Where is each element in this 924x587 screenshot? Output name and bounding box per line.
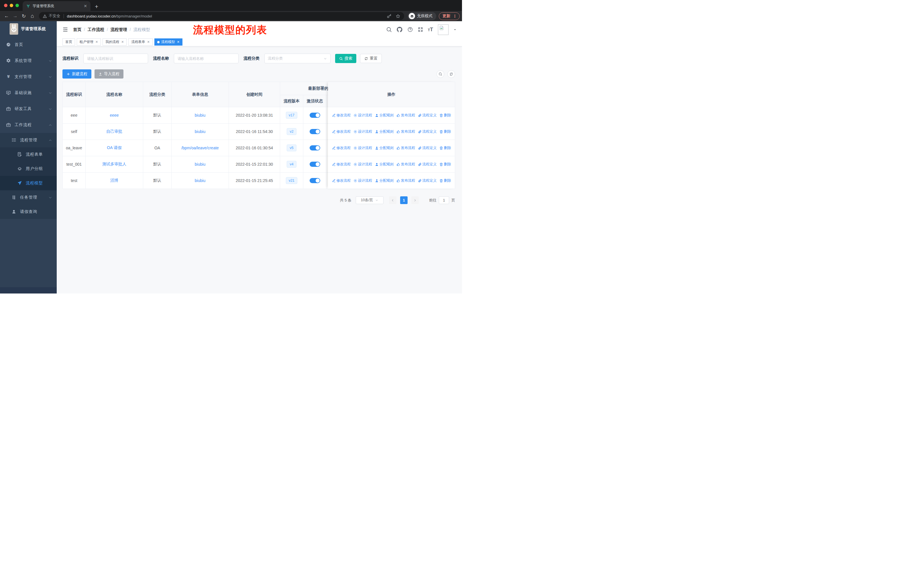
- window-close-button[interactable]: [4, 4, 7, 7]
- forward-icon[interactable]: →: [11, 13, 20, 19]
- action-delete-link[interactable]: 删除: [439, 162, 451, 167]
- active-toggle[interactable]: [310, 146, 320, 150]
- window-minimize-button[interactable]: [10, 4, 13, 7]
- model-name-link[interactable]: eeee: [110, 113, 119, 117]
- action-design-link[interactable]: 设计流程: [353, 129, 372, 134]
- browser-update-button[interactable]: 更新 ⋮: [439, 12, 460, 20]
- reload-icon[interactable]: ↻: [20, 13, 28, 19]
- collapse-sidebar-icon[interactable]: [63, 26, 68, 32]
- action-design-link[interactable]: 设计流程: [353, 146, 372, 150]
- action-delete-link[interactable]: 删除: [439, 113, 451, 118]
- tab-close-icon[interactable]: ✕: [84, 4, 87, 8]
- sidebar-item-3[interactable]: 基础设施: [0, 85, 57, 101]
- sidebar-item-9[interactable]: 流程模型: [0, 176, 57, 190]
- fullscreen-icon[interactable]: [418, 27, 423, 32]
- action-design-link[interactable]: 设计流程: [353, 162, 372, 167]
- form-link[interactable]: biubiu: [195, 178, 205, 183]
- bookmark-star-icon[interactable]: [396, 14, 401, 19]
- action-delete-link[interactable]: 删除: [439, 129, 451, 134]
- tag-1[interactable]: 租户管理✕: [77, 38, 101, 46]
- toggle-search-button[interactable]: [437, 70, 444, 78]
- user-menu-caret-icon[interactable]: [454, 28, 457, 31]
- action-assign-user-link[interactable]: 分配规则: [375, 146, 394, 150]
- import-process-button[interactable]: 导入流程: [94, 69, 124, 79]
- form-link[interactable]: biubiu: [195, 129, 205, 134]
- tag-3[interactable]: 流程表单✕: [128, 38, 152, 46]
- action-definition-link[interactable]: 流程定义: [418, 146, 437, 150]
- action-design-link[interactable]: 设计流程: [353, 113, 372, 118]
- url-bar[interactable]: 不安全 dashboard.yudao.iocoder.cn /bpm/mana…: [39, 12, 404, 20]
- filter-key-input[interactable]: [83, 54, 148, 63]
- action-delete-link[interactable]: 删除: [439, 178, 451, 183]
- action-assign-user-link[interactable]: 分配规则: [375, 162, 394, 167]
- sidebar-item-0[interactable]: 首页: [0, 37, 57, 53]
- filter-name-input[interactable]: [174, 54, 239, 63]
- breadcrumb-item-2[interactable]: 流程管理: [111, 27, 127, 32]
- model-name-link[interactable]: OA 请假: [107, 146, 121, 150]
- form-link[interactable]: biubiu: [195, 113, 205, 117]
- active-toggle[interactable]: [310, 178, 320, 183]
- browser-tab[interactable]: 芋道管理系统 ✕: [23, 1, 91, 11]
- page-size-select[interactable]: 10条/页: [356, 196, 383, 204]
- prev-page-button[interactable]: [389, 196, 396, 204]
- font-size-icon[interactable]: TT: [428, 27, 433, 32]
- new-tab-button[interactable]: +: [95, 3, 98, 10]
- action-edit-link[interactable]: 修改流程: [332, 113, 351, 118]
- password-key-icon[interactable]: [387, 14, 391, 19]
- action-edit-link[interactable]: 修改流程: [332, 162, 351, 167]
- sidebar-item-2[interactable]: ¥支付管理: [0, 69, 57, 85]
- window-zoom-button[interactable]: [15, 4, 19, 7]
- action-publish-link[interactable]: 发布流程: [396, 113, 415, 118]
- sidebar-item-8[interactable]: 用户分组: [0, 162, 57, 176]
- search-button[interactable]: 搜索: [335, 54, 356, 63]
- action-edit-link[interactable]: 修改流程: [332, 146, 351, 150]
- create-process-button[interactable]: 新建流程: [63, 69, 91, 79]
- model-name-link[interactable]: 测试多审批人: [102, 162, 126, 166]
- sidebar-item-4[interactable]: 研发工具: [0, 101, 57, 117]
- github-icon[interactable]: [397, 26, 403, 32]
- tag-close-icon[interactable]: ✕: [177, 40, 180, 44]
- action-definition-link[interactable]: 流程定义: [418, 162, 437, 167]
- action-edit-link[interactable]: 修改流程: [332, 129, 351, 134]
- home-icon[interactable]: ⌂: [28, 13, 37, 19]
- search-icon[interactable]: [386, 26, 392, 32]
- sidebar-item-11[interactable]: 请假查询: [0, 205, 57, 219]
- sidebar-item-1[interactable]: 系统管理: [0, 53, 57, 69]
- refresh-table-button[interactable]: [447, 70, 455, 78]
- reset-button[interactable]: 重置: [360, 54, 382, 63]
- tag-2[interactable]: 我的流程✕: [102, 38, 127, 46]
- action-assign-user-link[interactable]: 分配规则: [375, 113, 394, 118]
- filter-category-select[interactable]: 流程分类: [264, 54, 330, 63]
- action-publish-link[interactable]: 发布流程: [396, 146, 415, 150]
- form-link[interactable]: /bpm/oa/leave/create: [181, 146, 219, 150]
- breadcrumb-item-1[interactable]: 工作流程: [87, 27, 104, 32]
- sidebar-item-10[interactable]: 任务管理: [0, 190, 57, 205]
- action-edit-link[interactable]: 修改流程: [332, 178, 351, 183]
- tag-4[interactable]: 流程模型✕: [154, 38, 182, 46]
- active-toggle[interactable]: [310, 112, 320, 118]
- sidebar-item-6[interactable]: 流程管理: [0, 133, 57, 147]
- browser-menu-icon[interactable]: ⋮: [453, 14, 457, 18]
- action-definition-link[interactable]: 流程定义: [418, 129, 437, 134]
- action-definition-link[interactable]: 流程定义: [418, 113, 437, 118]
- breadcrumb-item-0[interactable]: 首页: [73, 27, 81, 32]
- active-toggle[interactable]: [310, 162, 320, 167]
- action-publish-link[interactable]: 发布流程: [396, 162, 415, 167]
- help-icon[interactable]: [407, 26, 413, 32]
- form-link[interactable]: biubiu: [195, 162, 205, 167]
- tag-close-icon[interactable]: ✕: [96, 40, 98, 44]
- action-design-link[interactable]: 设计流程: [353, 178, 372, 183]
- back-icon[interactable]: ←: [2, 13, 11, 19]
- tag-close-icon[interactable]: ✕: [147, 40, 150, 44]
- model-name-link[interactable]: 自己审批: [106, 129, 122, 134]
- current-page[interactable]: 1: [400, 196, 408, 204]
- action-definition-link[interactable]: 流程定义: [418, 178, 437, 183]
- sidebar-item-5[interactable]: 工作流程: [0, 117, 57, 133]
- goto-page-input[interactable]: [439, 196, 449, 204]
- action-assign-user-link[interactable]: 分配规则: [375, 129, 394, 134]
- action-assign-user-link[interactable]: 分配规则: [375, 178, 394, 183]
- avatar[interactable]: [438, 24, 449, 35]
- action-publish-link[interactable]: 发布流程: [396, 178, 415, 183]
- action-delete-link[interactable]: 删除: [439, 146, 451, 150]
- tag-close-icon[interactable]: ✕: [121, 40, 124, 44]
